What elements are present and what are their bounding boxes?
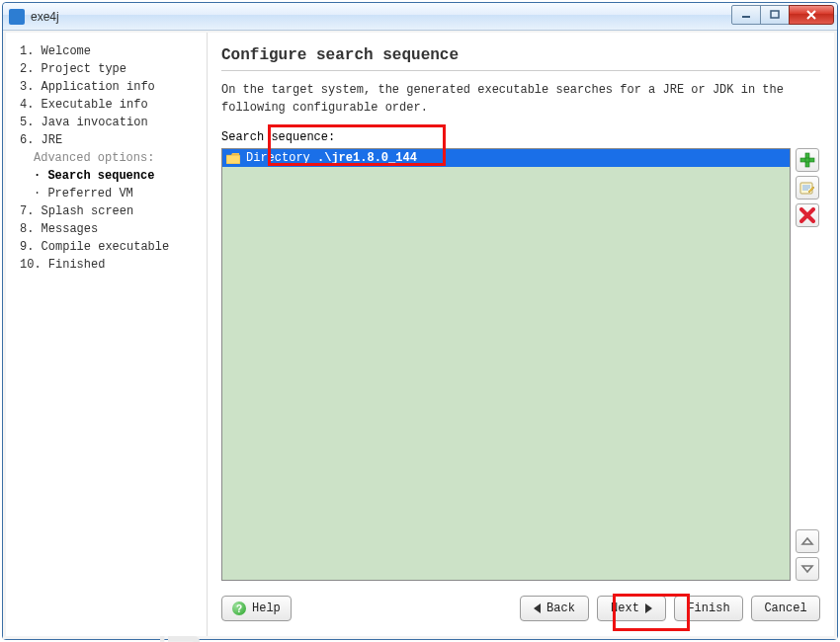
svg-rect-1 [771, 11, 779, 18]
finish-label: Finish [687, 602, 729, 615]
search-sequence-list[interactable]: Directory .\jre1.8.0_144 [221, 148, 791, 581]
nav-search-sequence[interactable]: · Search sequence [20, 167, 203, 185]
svg-rect-0 [742, 16, 750, 18]
nav-search-sequence-label: Search sequence [47, 169, 154, 183]
page-description: On the target system, the generated exec… [221, 81, 820, 117]
sidebar: 1. Welcome 2. Project type 3. Applicatio… [6, 33, 208, 636]
search-sequence-item-text: Directory .\jre1.8.0_144 [246, 151, 417, 165]
back-label: Back [546, 602, 575, 615]
nav-jre[interactable]: 6. JRE [20, 131, 203, 149]
nav-welcome[interactable]: 1. Welcome [20, 42, 203, 60]
search-sequence-item[interactable]: Directory .\jre1.8.0_144 [222, 149, 790, 167]
app-window: exe4j 1. Welcome 2. Project type 3. Appl… [2, 2, 838, 640]
triangle-left-icon [534, 603, 541, 613]
nav-java-invocation[interactable]: 5. Java invocation [20, 114, 203, 131]
cancel-label: Cancel [764, 602, 806, 615]
folder-icon [226, 153, 240, 164]
help-label: Help [252, 602, 281, 615]
cancel-button[interactable]: Cancel [751, 596, 820, 621]
move-down-button[interactable] [796, 557, 819, 581]
help-button[interactable]: ? Help [221, 596, 292, 621]
nav-project-type[interactable]: 2. Project type [20, 60, 203, 78]
list-side-buttons [795, 148, 820, 581]
remove-button[interactable] [796, 203, 819, 227]
watermark: exe4j [153, 632, 201, 642]
next-label: Next [611, 602, 639, 615]
edit-button[interactable] [796, 176, 819, 200]
divider [221, 70, 820, 71]
nav-messages[interactable]: 8. Messages [20, 220, 203, 238]
back-button[interactable]: Back [520, 596, 589, 621]
nav-executable-info[interactable]: 4. Executable info [20, 96, 203, 114]
search-sequence-label: Search sequence: [221, 130, 820, 144]
app-icon [9, 9, 25, 25]
close-button[interactable] [789, 5, 834, 25]
nav-preferred-vm-label: Preferred VM [47, 187, 132, 201]
main-panel: Configure search sequence On the target … [208, 33, 834, 636]
nav-preferred-vm[interactable]: · Preferred VM [20, 185, 203, 202]
wizard-footer: ? Help Back Next Finish Cancel [221, 581, 820, 626]
maximize-button[interactable] [760, 5, 790, 25]
nav-splash-screen[interactable]: 7. Splash screen [20, 202, 203, 220]
window-controls [732, 5, 834, 25]
entry-path: .\jre1.8.0_144 [317, 151, 417, 165]
titlebar[interactable]: exe4j [3, 3, 837, 31]
nav-application-info[interactable]: 3. Application info [20, 78, 203, 96]
window-title: exe4j [31, 10, 732, 24]
add-button[interactable] [796, 148, 819, 172]
minimize-button[interactable] [731, 5, 761, 25]
next-button[interactable]: Next [597, 596, 666, 621]
svg-rect-2 [226, 155, 240, 164]
triangle-right-icon [645, 603, 652, 613]
search-sequence-area: Directory .\jre1.8.0_144 [221, 148, 820, 581]
entry-prefix: Directory [246, 151, 317, 165]
page-title: Configure search sequence [221, 46, 820, 64]
move-up-button[interactable] [796, 529, 819, 553]
nav-advanced-label: Advanced options: [20, 149, 203, 167]
finish-button[interactable]: Finish [674, 596, 743, 621]
svg-rect-4 [800, 158, 814, 162]
nav-finished[interactable]: 10. Finished [20, 256, 203, 274]
nav-compile-executable[interactable]: 9. Compile executable [20, 238, 203, 256]
body-area: 1. Welcome 2. Project type 3. Applicatio… [3, 31, 837, 639]
help-icon: ? [232, 602, 246, 615]
